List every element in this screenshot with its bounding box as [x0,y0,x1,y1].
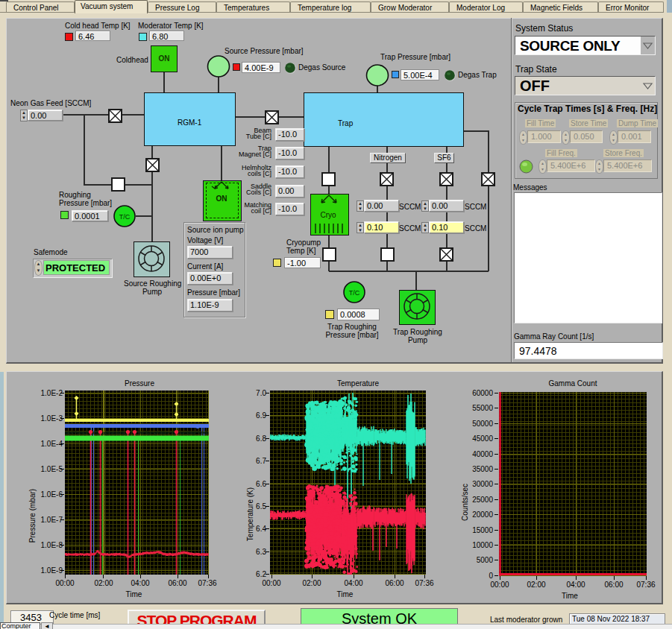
svg-text:T/C: T/C [349,289,360,297]
svg-text:T/C: T/C [119,213,131,221]
svg-text:Cryo: Cryo [320,211,336,219]
